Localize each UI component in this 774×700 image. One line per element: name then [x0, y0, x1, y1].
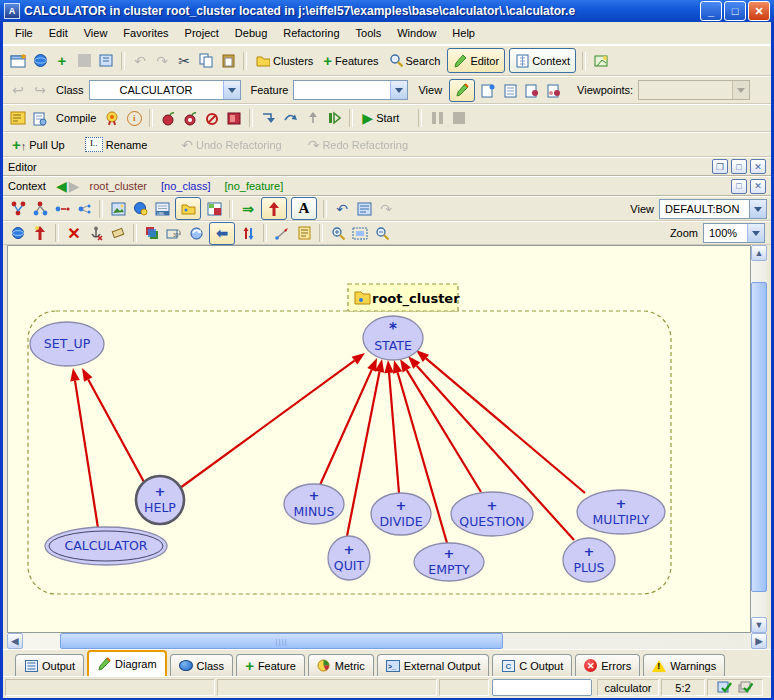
- inheritance-arrow-help-to-state[interactable]: [180, 353, 365, 488]
- diagram-node-calculator[interactable]: CALCULATOR: [45, 527, 167, 565]
- diagram-undo-icon[interactable]: ↶: [331, 198, 353, 219]
- context-class-link[interactable]: [no_class]: [161, 180, 211, 192]
- paste-icon[interactable]: [217, 50, 239, 71]
- scroll-up-icon[interactable]: ▲: [751, 245, 767, 261]
- zoom-out-icon[interactable]: [371, 223, 393, 244]
- step-into-icon[interactable]: [257, 108, 279, 129]
- feature-combo-arrow-icon[interactable]: [390, 81, 407, 99]
- close-button[interactable]: ✕: [748, 1, 770, 21]
- context-toggle[interactable]: Context: [509, 48, 576, 73]
- zoom-in-icon[interactable]: [327, 223, 349, 244]
- context-back-icon[interactable]: ◀: [56, 179, 67, 193]
- diagram-node-question[interactable]: +QUESTION: [451, 492, 533, 536]
- fit-to-window-toggle[interactable]: ⬅: [209, 222, 235, 245]
- scroll-right-icon[interactable]: ▶: [751, 633, 767, 649]
- tab-class[interactable]: Class: [170, 654, 234, 676]
- menu-refactoring[interactable]: Refactoring: [275, 25, 347, 41]
- sort-order-icon[interactable]: [237, 223, 259, 244]
- editor-toggle[interactable]: Editor: [447, 48, 505, 73]
- c-compile-icon[interactable]: [223, 108, 245, 129]
- menu-project[interactable]: Project: [177, 25, 227, 41]
- context-feature-link[interactable]: [no_feature]: [225, 180, 284, 192]
- menu-tools[interactable]: Tools: [348, 25, 390, 41]
- eraser-icon[interactable]: [107, 223, 129, 244]
- tab-feature[interactable]: + Feature: [236, 654, 305, 676]
- tab-errors[interactable]: ✕ Errors: [575, 654, 640, 676]
- diagram-node-plus[interactable]: +PLUS: [563, 538, 615, 582]
- freeze-icon[interactable]: [157, 108, 179, 129]
- close-panel-icon[interactable]: ✕: [750, 159, 766, 174]
- contract-view-icon[interactable]: [521, 80, 543, 101]
- zoom-combobox[interactable]: 100%: [703, 223, 765, 243]
- menu-debug[interactable]: Debug: [227, 25, 275, 41]
- inheritance-arrow-divide-to-state[interactable]: [384, 360, 399, 493]
- pull-up-button[interactable]: +↑ Pull Up: [7, 136, 70, 153]
- cluster-label-box[interactable]: root_cluster: [348, 284, 460, 311]
- project-settings-icon[interactable]: [7, 108, 29, 129]
- run-no-stop-icon[interactable]: [323, 108, 345, 129]
- new-class-icon[interactable]: [29, 223, 51, 244]
- class-view-icon[interactable]: [203, 198, 225, 219]
- cancel-compile-icon[interactable]: [201, 108, 223, 129]
- diagram-node-quit[interactable]: +QUIT: [328, 536, 370, 580]
- delete-icon[interactable]: ✕: [63, 223, 85, 244]
- minimize-button[interactable]: _: [700, 1, 722, 21]
- maximize-context-icon[interactable]: □: [731, 179, 747, 194]
- compile-label[interactable]: Compile: [51, 112, 101, 124]
- menu-edit[interactable]: Edit: [41, 25, 76, 41]
- diagram-node-state[interactable]: *STATE: [363, 316, 423, 360]
- inheritance-links-icon[interactable]: [7, 198, 29, 219]
- refresh-layout-icon[interactable]: [185, 223, 207, 244]
- features-button[interactable]: + Features: [318, 52, 383, 69]
- tab-output[interactable]: Output: [15, 654, 84, 676]
- color-settings-icon[interactable]: [141, 223, 163, 244]
- inheritance-arrow-minus-to-state[interactable]: [320, 358, 377, 485]
- status-search-input[interactable]: [492, 679, 592, 696]
- diagram-history-icon[interactable]: [353, 198, 375, 219]
- start-button[interactable]: ▶ Start: [357, 110, 404, 126]
- go-to-target-icon[interactable]: ⇒: [237, 198, 259, 219]
- remove-anchor-icon[interactable]: [85, 223, 107, 244]
- open-project-icon[interactable]: [29, 50, 51, 71]
- tab-c-output[interactable]: C C Output: [492, 654, 572, 676]
- tab-diagram[interactable]: Diagram: [87, 650, 167, 676]
- client-links-icon[interactable]: [51, 198, 73, 219]
- inheritance-arrow-multiply-to-state[interactable]: [416, 350, 585, 493]
- copy-icon[interactable]: [195, 50, 217, 71]
- clickable-view-icon[interactable]: [477, 80, 499, 101]
- melt-icon[interactable]: [101, 108, 123, 129]
- scroll-down-icon[interactable]: ▼: [751, 617, 767, 633]
- diagram-node-help[interactable]: +HELP: [136, 476, 184, 524]
- supplier-links-icon[interactable]: [29, 198, 51, 219]
- class-diagram[interactable]: SET_UP*STATE+HELPCALCULATOR+MINUS+QUIT+D…: [8, 246, 751, 633]
- menu-view[interactable]: View: [76, 25, 116, 41]
- uml-view-icon[interactable]: UML: [151, 198, 173, 219]
- cut-icon[interactable]: ✂: [173, 50, 195, 71]
- tab-external-output[interactable]: >_ External Output: [377, 654, 489, 676]
- new-window-icon[interactable]: ✱: [7, 50, 29, 71]
- tab-metric[interactable]: Metric: [308, 654, 374, 676]
- export-image-icon[interactable]: [107, 198, 129, 219]
- diagram-view-combobox[interactable]: DEFAULT:BON: [659, 199, 749, 219]
- search-button[interactable]: Search: [384, 53, 446, 69]
- menu-help[interactable]: Help: [444, 25, 483, 41]
- diagram-node-divide[interactable]: +DIVIDE: [371, 493, 431, 535]
- finalize-icon[interactable]: [179, 108, 201, 129]
- link-tool-icon[interactable]: [271, 223, 293, 244]
- diagram-node-multiply[interactable]: +MULTIPLY: [577, 490, 665, 534]
- ancestor-links-icon[interactable]: [73, 198, 95, 219]
- clusters-button[interactable]: Clusters: [251, 53, 318, 69]
- vertical-scrollbar[interactable]: ▲ ▼: [751, 245, 767, 633]
- diagram-node-empty[interactable]: +EMPTY: [414, 543, 484, 581]
- close-context-icon[interactable]: ✕: [750, 179, 766, 194]
- menu-favorites[interactable]: Favorites: [115, 25, 176, 41]
- compile-icon[interactable]: [29, 108, 51, 129]
- flat-view-icon[interactable]: [499, 80, 521, 101]
- inheritance-arrow-help-to-set_up[interactable]: [82, 368, 144, 482]
- interface-view-icon[interactable]: [543, 80, 565, 101]
- class-combo-arrow-icon[interactable]: [223, 81, 240, 99]
- context-cluster-link[interactable]: root_cluster: [89, 180, 146, 192]
- menu-file[interactable]: File: [7, 25, 41, 41]
- save-icon[interactable]: [73, 50, 95, 71]
- step-over-icon[interactable]: [279, 108, 301, 129]
